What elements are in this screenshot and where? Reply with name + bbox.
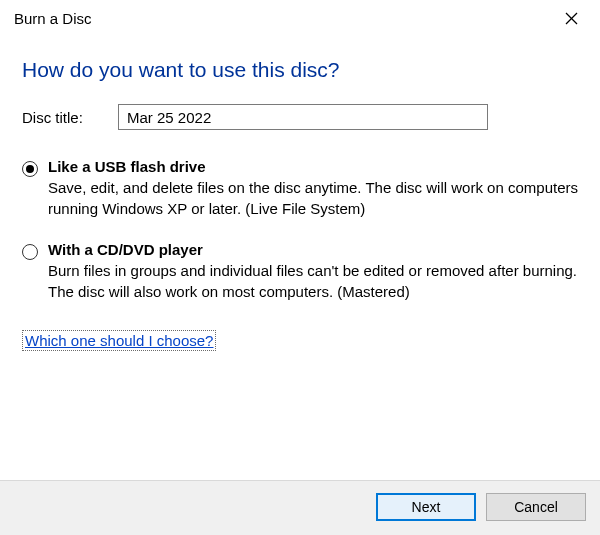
radio-indicator <box>22 161 38 177</box>
option-description: Burn files in groups and individual file… <box>48 260 578 302</box>
next-button[interactable]: Next <box>376 493 476 521</box>
option-title: Like a USB flash drive <box>48 158 578 175</box>
option-cd-dvd-player[interactable]: With a CD/DVD player Burn files in group… <box>22 241 578 302</box>
close-button[interactable] <box>548 3 594 33</box>
dialog-heading: How do you want to use this disc? <box>22 58 578 82</box>
disc-title-label: Disc title: <box>22 109 118 126</box>
dialog-content: How do you want to use this disc? Disc t… <box>0 36 600 480</box>
close-icon <box>565 12 578 25</box>
cancel-button[interactable]: Cancel <box>486 493 586 521</box>
option-description: Save, edit, and delete files on the disc… <box>48 177 578 219</box>
radio-indicator <box>22 244 38 260</box>
option-text: With a CD/DVD player Burn files in group… <box>48 241 578 302</box>
burn-disc-dialog: Burn a Disc How do you want to use this … <box>0 0 600 535</box>
option-title: With a CD/DVD player <box>48 241 578 258</box>
option-usb-flash-drive[interactable]: Like a USB flash drive Save, edit, and d… <box>22 158 578 219</box>
dialog-footer: Next Cancel <box>0 480 600 535</box>
titlebar: Burn a Disc <box>0 0 600 36</box>
disc-title-input[interactable] <box>118 104 488 130</box>
disc-title-row: Disc title: <box>22 104 578 130</box>
window-title: Burn a Disc <box>14 10 92 27</box>
burn-mode-radio-group: Like a USB flash drive Save, edit, and d… <box>22 158 578 302</box>
help-link-which-one[interactable]: Which one should I choose? <box>22 330 216 351</box>
option-text: Like a USB flash drive Save, edit, and d… <box>48 158 578 219</box>
